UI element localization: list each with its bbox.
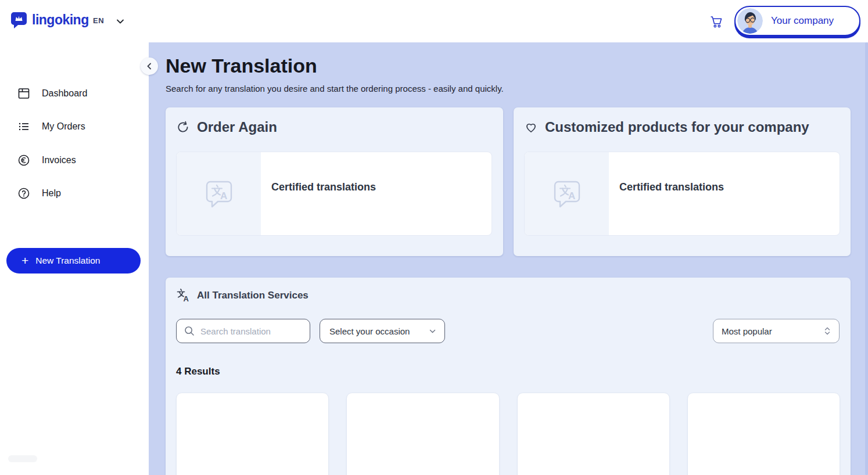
customized-products-title: Customized products for your company <box>545 119 809 135</box>
page-title: New Translation <box>166 55 317 77</box>
dashboard-icon <box>17 87 30 100</box>
services-header: A All Translation Services <box>176 288 309 303</box>
order-again-section: Order Again A Certified translations <box>166 107 503 256</box>
avatar <box>737 8 763 34</box>
product-title: Certified translations <box>271 181 492 193</box>
logo-speech-bubble-crown-icon <box>10 12 27 28</box>
sort-select-value: Most popular <box>722 326 772 336</box>
result-card[interactable] <box>687 393 840 475</box>
up-down-chevrons-icon <box>824 326 831 336</box>
translate-bubble-icon: A <box>204 179 234 209</box>
product-card-certified-translations[interactable]: A Certified translations <box>176 152 492 236</box>
company-name-label: Your company <box>771 15 834 27</box>
heart-icon <box>524 120 538 134</box>
language-selector[interactable]: EN <box>93 16 104 25</box>
company-account-button[interactable]: Your company <box>734 6 860 36</box>
product-body: Certified translations <box>261 152 492 235</box>
all-translation-services-panel: A All Translation Services Select your o… <box>166 278 851 475</box>
occasion-select-value: Select your occasion <box>329 326 410 336</box>
results-grid <box>176 393 840 475</box>
order-again-header: Order Again <box>176 119 277 135</box>
results-count: 4 Results <box>176 366 220 377</box>
product-body: Certified translations <box>609 152 840 235</box>
sort-select[interactable]: Most popular <box>713 319 840 343</box>
sidebar: Dashboard My Orders Invoices <box>0 42 149 475</box>
svg-text:A: A <box>184 294 189 303</box>
page-subtitle: Search for any translation you desire an… <box>166 84 504 93</box>
customized-products-section: Customized products for your company A C… <box>514 107 851 256</box>
result-card[interactable] <box>517 393 670 475</box>
chevron-down-icon <box>429 328 436 335</box>
product-thumbnail: A <box>525 152 609 235</box>
svg-text:A: A <box>220 190 227 201</box>
sidebar-item-invoices[interactable]: Invoices <box>0 149 149 172</box>
search-input[interactable] <box>200 326 304 336</box>
cart-icon[interactable] <box>709 14 724 29</box>
refresh-icon <box>176 120 190 134</box>
sidebar-item-my-orders[interactable]: My Orders <box>0 115 149 138</box>
sidebar-item-label: Invoices <box>42 155 76 165</box>
sidebar-item-label: My Orders <box>42 121 85 132</box>
main-content: New Translation Search for any translati… <box>149 42 868 475</box>
lingoking-logo[interactable]: lingoking <box>10 12 89 28</box>
plus-icon: + <box>21 254 28 267</box>
new-translation-button[interactable]: + New Translation <box>6 248 141 274</box>
order-again-title: Order Again <box>197 119 277 135</box>
widget-ghost <box>8 455 37 462</box>
question-circle-icon <box>17 187 30 200</box>
brand-wordmark: lingoking <box>32 12 89 28</box>
product-card-certified-translations[interactable]: A Certified translations <box>524 152 840 236</box>
svg-text:A: A <box>568 190 575 201</box>
result-card[interactable] <box>176 393 329 475</box>
new-translation-button-label: New Translation <box>35 256 100 266</box>
orders-list-icon <box>17 120 30 133</box>
sidebar-item-help[interactable]: Help <box>0 182 149 205</box>
back-button[interactable] <box>141 57 158 75</box>
chevron-down-icon[interactable] <box>116 17 125 26</box>
search-field[interactable] <box>176 319 310 343</box>
customized-products-header: Customized products for your company <box>524 119 809 135</box>
translate-bubble-icon: A <box>552 179 582 209</box>
sidebar-item-dashboard[interactable]: Dashboard <box>0 82 149 105</box>
euro-circle-icon <box>17 154 30 167</box>
result-card[interactable] <box>346 393 499 475</box>
services-title: All Translation Services <box>197 290 309 301</box>
scrollbar[interactable] <box>865 42 868 475</box>
occasion-select[interactable]: Select your occasion <box>320 319 445 343</box>
sidebar-item-label: Dashboard <box>42 88 87 99</box>
top-bar: lingoking EN <box>0 0 868 42</box>
search-icon <box>184 325 195 337</box>
back-chevron-icon <box>145 62 153 70</box>
product-thumbnail: A <box>177 152 261 235</box>
sidebar-item-label: Help <box>42 188 61 199</box>
translate-icon: A <box>176 288 191 303</box>
product-title: Certified translations <box>619 181 840 193</box>
